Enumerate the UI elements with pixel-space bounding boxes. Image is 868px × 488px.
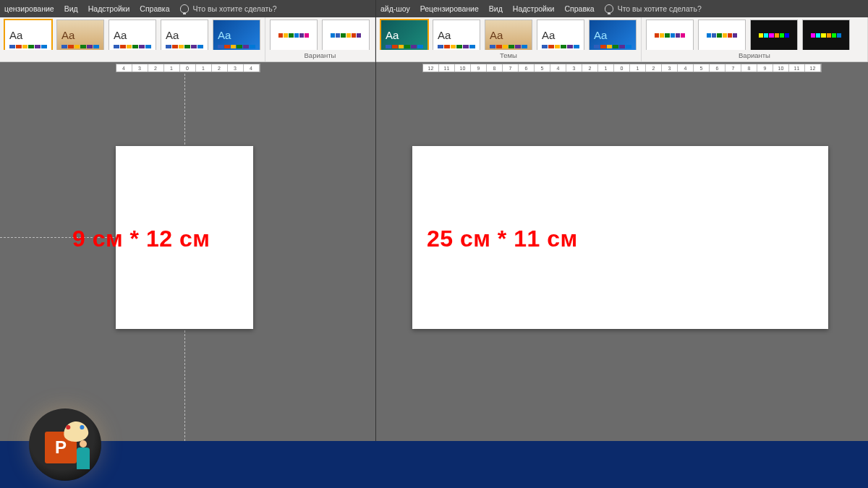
theme-aa-label: Aa [542,29,555,41]
tell-me-search[interactable]: Что вы хотите сделать? [180,4,277,13]
ruler-tick: 9 [757,64,773,72]
ruler-tick: 10 [455,64,471,72]
horizontal-ruler: 432101234 [0,62,375,74]
theme-thumb[interactable]: Aa [433,20,480,51]
menu-addins[interactable]: Надстройки [88,4,130,13]
ruler-tick: 2 [212,64,228,72]
theme-thumb[interactable]: Aa [537,20,584,51]
ruler-tick: 0 [614,64,630,72]
variant-thumb[interactable] [698,20,746,51]
theme-aa-label: Aa [218,29,231,41]
palette-icon [63,420,90,442]
group-label-variants: Варианты [265,50,375,61]
ruler-tick: 2 [582,64,598,72]
ruler-tick: 1 [164,64,180,72]
ruler-tick: 12 [805,64,821,72]
tell-me-search[interactable]: Что вы хотите сделать? [605,4,702,13]
ruler-tick: 10 [773,64,789,72]
theme-aa-label: Aa [61,29,75,41]
ruler-tick: 1 [196,64,212,72]
group-label-variants: Варианты [642,50,867,61]
tell-me-label: Что вы хотите сделать? [618,4,702,13]
theme-aa-label: Aa [490,29,503,41]
variant-thumb[interactable] [270,20,318,51]
theme-thumb[interactable]: Aa [109,20,156,51]
variant-thumb[interactable] [750,20,798,51]
theme-thumb[interactable]: Aa [589,20,637,51]
ruler-tick: 12 [423,64,439,72]
theme-aa-label: Aa [166,29,179,41]
ruler-tick: 4 [116,64,132,72]
person-icon [77,448,90,469]
footer-band [0,441,868,488]
variant-thumb[interactable] [322,20,370,51]
ruler-tick: 5 [694,64,710,72]
horizontal-ruler: 1211109876543210123456789101112 [376,62,868,74]
theme-aa-label: Aa [594,29,607,41]
ruler-tick: 8 [487,64,503,72]
variant-thumb[interactable] [646,20,694,51]
ruler-tick: 6 [710,64,726,72]
menu-help[interactable]: Справка [564,4,594,13]
ruler-tick: 8 [741,64,757,72]
ruler-tick: 4 [244,64,260,72]
menu-help[interactable]: Справка [140,4,169,13]
variant-thumb[interactable] [802,20,850,51]
ruler-tick: 3 [228,64,244,72]
ruler-tick: 4 [678,64,694,72]
ruler-tick: 4 [550,64,566,72]
ruler-tick: 6 [519,64,535,72]
ruler-tick: 2 [646,64,662,72]
ruler-tick: 1 [630,64,646,72]
tell-me-label: Что вы хотите сделать? [193,4,277,13]
bulb-icon [605,4,613,13]
group-label-themes [0,50,265,61]
ruler-tick: 5 [535,64,550,72]
ruler-tick: 3 [566,64,582,72]
themes-gallery[interactable]: AaAaAaAaAa [0,17,265,50]
ruler-tick: 11 [439,64,455,72]
theme-thumb[interactable]: Aa [161,20,208,51]
ruler-tick: 2 [148,64,164,72]
ruler-tick: 1 [598,64,614,72]
ruler-tick: 7 [503,64,519,72]
ruler-tick: 3 [132,64,148,72]
bulb-icon [180,4,189,13]
menu-review[interactable]: Рецензирование [420,4,479,13]
menu-addins[interactable]: Надстройки [513,4,555,13]
powerpoint-logo: P [29,408,101,481]
dimension-annotation: 9 см * 12 см [72,226,210,252]
app-window-right: айд-шоу Рецензирование Вид Надстройки Сп… [376,0,868,488]
theme-aa-label: Aa [114,29,127,41]
theme-thumb[interactable]: Aa [4,20,52,51]
theme-thumb[interactable]: Aa [485,20,532,51]
ribbon: AaAaAaAaAa Варианты [0,17,375,62]
ruler-tick: 7 [726,64,741,72]
variants-gallery[interactable] [642,17,867,50]
theme-thumb[interactable]: Aa [213,20,260,51]
ruler-tick: 0 [180,64,196,72]
menu-bar: айд-шоу Рецензирование Вид Надстройки Сп… [376,0,868,17]
menu-view[interactable]: Вид [64,4,78,13]
themes-gallery[interactable]: AaAaAaAaAa [376,17,641,50]
ruler-tick: 11 [789,64,805,72]
ruler-tick: 9 [471,64,487,72]
dimension-annotation: 25 см * 11 см [427,226,578,252]
theme-aa-label: Aa [438,29,451,41]
menu-view[interactable]: Вид [489,4,503,13]
menu-review[interactable]: цензирование [4,4,54,13]
menu-bar: цензирование Вид Надстройки Справка Что … [0,0,375,17]
theme-thumb[interactable]: Aa [56,20,104,51]
group-label-themes: Темы [376,50,641,61]
theme-thumb[interactable]: Aa [380,20,428,51]
ribbon: AaAaAaAaAa Темы Варианты [376,17,868,62]
ruler-tick: 3 [662,64,678,72]
slide-canvas[interactable]: 25 см * 11 см [376,74,868,488]
theme-aa-label: Aa [386,29,399,41]
variants-gallery[interactable] [265,17,375,50]
menu-slideshow[interactable]: айд-шоу [380,4,410,13]
theme-aa-label: Aa [9,29,22,41]
